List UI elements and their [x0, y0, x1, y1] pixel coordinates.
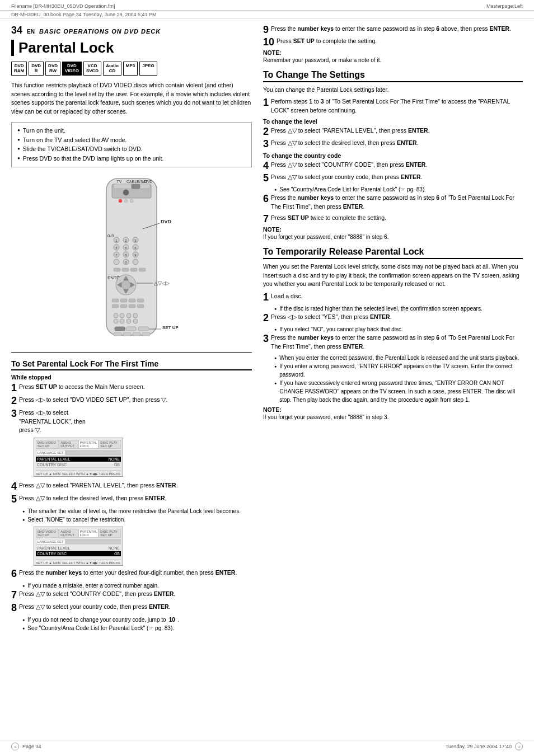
- corner-mark-left: ⊕: [11, 743, 19, 750]
- badge-jpeg: JPEG: [139, 62, 157, 76]
- bullet-box: Turn on the unit. Turn on the TV and sel…: [11, 122, 252, 167]
- temp-step-2-num: 2: [263, 313, 269, 323]
- footer-date: Tuesday, 29 June 2004 17:40: [446, 744, 512, 749]
- temp-bullet-2: If you enter a wrong password, "ENTRY ER…: [263, 362, 523, 379]
- svg-rect-53: [137, 304, 144, 308]
- content-area: 34 EN BASIC OPERATIONS ON DVD DECK Paren…: [0, 19, 534, 638]
- temp-bullet-1: When you enter the correct password, the…: [263, 354, 523, 362]
- change-step-1-num: 1: [263, 97, 269, 115]
- svg-point-72: [119, 199, 122, 203]
- header-masterpage: Masterpage:Left: [486, 3, 523, 9]
- change-level-label: To change the level: [263, 118, 523, 125]
- step-5: 5 Press △▽ to select the desired level, …: [11, 494, 252, 504]
- remote-svg: CABLE/SAT TV DVD 0-9: [76, 173, 188, 346]
- page-wrapper: Filename [DR-MH30EU_05DVD Operation.fm] …: [0, 0, 534, 756]
- note-1-label: NOTE:: [263, 49, 282, 56]
- svg-rect-68: [123, 332, 131, 336]
- first-time-title: To Set Parental Lock For The First Time: [11, 359, 252, 370]
- svg-point-56: [127, 313, 131, 318]
- step-9-content: Press the number keys to enter the same …: [271, 25, 523, 35]
- change-settings-intro: You can change the Parental Lock setting…: [263, 86, 523, 95]
- step-2-num: 2: [11, 396, 17, 406]
- step-6-num: 6: [11, 569, 17, 579]
- note-1-text: Remember your password, or make a note o…: [263, 56, 523, 64]
- step-6: 6 Press the number keys to enter your de…: [11, 569, 252, 579]
- format-badges: DVDRAM DVDR DVDRW DVDVIDEO VCDSVCD Audio…: [11, 62, 252, 76]
- divider-1: [11, 352, 252, 353]
- svg-point-57: [133, 313, 138, 318]
- step-7-num: 7: [11, 590, 17, 600]
- note-2-label: NOTE:: [263, 226, 282, 233]
- svg-rect-52: [129, 304, 135, 308]
- temp-step-1-num: 1: [263, 292, 269, 302]
- svg-point-60: [127, 319, 131, 323]
- svg-point-19: [133, 259, 138, 265]
- step-9-num: 9: [263, 25, 269, 35]
- intro-text: This function restricts playback of DVD …: [11, 81, 252, 116]
- step-9: 9 Press the number keys to enter the sam…: [263, 25, 523, 35]
- svg-point-59: [120, 319, 124, 323]
- step-2: 2 Press ◁▷ to select "DVD VIDEO SET UP",…: [11, 396, 252, 406]
- change-settings-title: To Change The Settings: [263, 70, 523, 82]
- step-3-content: Press ◁▷ to select"PARENTAL LOCK", thenp…: [19, 408, 252, 435]
- bullet-item-2: Turn on the TV and select the AV mode.: [17, 135, 246, 145]
- step-8-content: Press △▽ to select your country code, th…: [19, 603, 252, 613]
- change-step-7: 7 Press SET UP twice to complete the set…: [263, 214, 523, 224]
- svg-text:0-9: 0-9: [107, 233, 114, 238]
- svg-rect-34: [130, 268, 137, 271]
- step-3-num: 3: [11, 408, 17, 435]
- sub-header: DR-MH30EU_00.book Page 34 Tuesday, June …: [0, 11, 534, 19]
- temp-step-1-bullet: If the disc is rated higher than the sel…: [263, 304, 523, 313]
- step-10: 10 Press SET UP to complete the setting.: [263, 37, 523, 47]
- section-title: BASIC OPERATIONS ON DVD DECK: [39, 28, 161, 35]
- step-7: 7 Press △▽ to select "COUNTRY CODE", the…: [11, 590, 252, 600]
- change-step-2: 2 Press △▽ to select "PARENTAL LEVEL", t…: [263, 126, 523, 137]
- note-3-label: NOTE:: [263, 406, 282, 413]
- temp-step-2-content: Press ◁▷ to select "YES", then press ENT…: [271, 313, 523, 323]
- svg-point-71: [123, 190, 129, 195]
- change-step-2-content: Press △▽ to select "PARENTAL LEVEL", the…: [271, 126, 523, 137]
- change-country-label: To change the country code: [263, 152, 523, 159]
- step-1-num: 1: [11, 383, 17, 393]
- change-step-4-num: 4: [263, 161, 269, 171]
- svg-rect-70: [142, 332, 150, 336]
- svg-text:DVD: DVD: [144, 180, 153, 184]
- step-5-bullet-2: Select "NONE" to cancel the restriction.: [11, 515, 252, 524]
- change-step-7-content: Press SET UP twice to complete the setti…: [271, 214, 523, 224]
- svg-point-74: [130, 199, 133, 203]
- step-4-content: Press △▽ to select "PARENTAL LEVEL", the…: [19, 481, 252, 491]
- step-6-content: Press the number keys to enter your desi…: [19, 569, 252, 579]
- change-step-1-content: Perform steps 1 to 3 of "To Set Parental…: [271, 97, 523, 115]
- left-column: 34 EN BASIC OPERATIONS ON DVD DECK Paren…: [11, 25, 252, 632]
- note-3-text: If you forget your password, enter "8888…: [263, 413, 523, 421]
- badge-dvd-video: DVDVIDEO: [62, 62, 82, 76]
- svg-rect-64: [138, 327, 148, 331]
- change-step-3-content: Press △▽ to select the desired level, th…: [271, 139, 523, 149]
- temp-step-2: 2 Press ◁▷ to select "YES", then press E…: [263, 313, 523, 323]
- badge-dvd-rw: DVDRW: [45, 62, 60, 76]
- svg-point-61: [133, 319, 138, 323]
- svg-rect-6: [132, 184, 140, 189]
- badge-vcd: VCDSVCD: [83, 62, 101, 76]
- step-8-bullet-2: See "Country/Area Code List for Parental…: [11, 624, 252, 632]
- bullet-item-1: Turn on the unit.: [17, 126, 246, 135]
- svg-rect-69: [133, 332, 140, 336]
- main-title: Parental Lock: [11, 40, 252, 56]
- sub-header-text: DR-MH30EU_00.book Page 34 Tuesday, June …: [11, 12, 157, 17]
- change-step-2-num: 2: [263, 126, 269, 137]
- step-5-num: 5: [11, 494, 17, 504]
- svg-rect-46: [112, 299, 119, 302]
- svg-rect-49: [137, 299, 144, 302]
- remote-container: CABLE/SAT TV DVD 0-9: [11, 173, 252, 346]
- svg-rect-51: [120, 304, 127, 308]
- change-step-5-num: 5: [263, 173, 269, 183]
- temp-step-3-content: Press the number keys to enter the same …: [271, 334, 523, 351]
- header-filename: Filename [DR-MH30EU_05DVD Operation.fm]: [11, 3, 115, 9]
- change-step-4: 4 Press △▽ to select "COUNTRY CODE", the…: [263, 161, 523, 171]
- svg-rect-48: [129, 299, 135, 302]
- change-step-4-content: Press △▽ to select "COUNTRY CODE", then …: [271, 161, 523, 171]
- step-10-content: Press SET UP to complete the setting.: [277, 37, 523, 47]
- temp-step-2-bullet: If you select "NO", you cannot play back…: [263, 325, 523, 334]
- badge-mp3: MP3: [123, 62, 138, 76]
- corner-mark-right: ⊕: [515, 743, 523, 750]
